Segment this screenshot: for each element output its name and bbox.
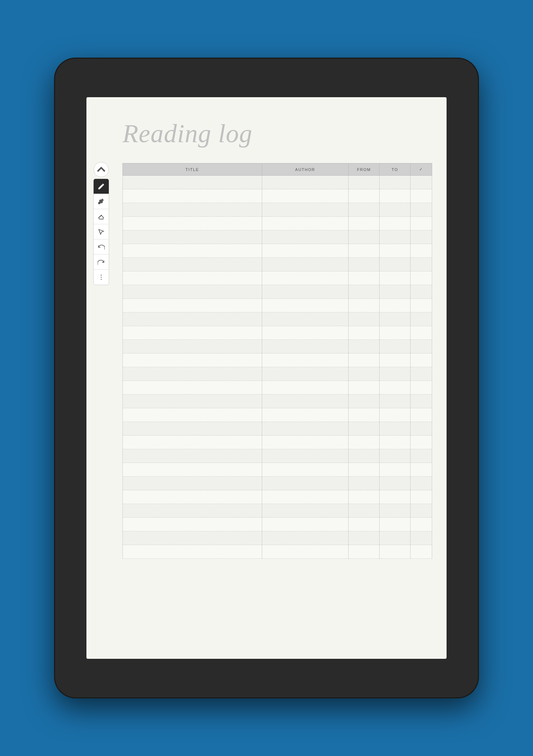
from-cell: [349, 299, 380, 312]
from-cell: [349, 230, 380, 244]
title-cell: [123, 449, 262, 463]
check-cell: [410, 395, 432, 408]
page-content: Reading log TITLE AUTHOR FROM TO ✓: [115, 97, 447, 573]
to-cell: [379, 230, 410, 244]
table-row: [123, 463, 432, 477]
title-cell: [123, 176, 262, 189]
table-row: [123, 244, 432, 258]
to-cell: [379, 422, 410, 436]
table-row: [123, 518, 432, 531]
table-row: [123, 203, 432, 217]
title-cell: [123, 545, 262, 559]
author-cell: [262, 299, 349, 312]
author-cell: [262, 340, 349, 354]
author-cell: [262, 312, 349, 326]
check-cell: [410, 381, 432, 395]
check-cell: [410, 436, 432, 449]
table-row: [123, 230, 432, 244]
author-cell: [262, 354, 349, 367]
author-cell: [262, 230, 349, 244]
highlighter-tool-button[interactable]: [94, 194, 109, 209]
author-cell: [262, 217, 349, 230]
pen-tool-button[interactable]: [94, 179, 109, 194]
to-cell: [379, 367, 410, 381]
title-cell: [123, 354, 262, 367]
svg-point-1: [101, 275, 102, 276]
to-cell: [379, 258, 410, 271]
author-cell: [262, 271, 349, 285]
to-cell: [379, 244, 410, 258]
table-row: [123, 340, 432, 354]
column-header-title: TITLE: [123, 163, 262, 176]
from-cell: [349, 463, 380, 477]
to-cell: [379, 203, 410, 217]
table-row: [123, 271, 432, 285]
to-cell: [379, 518, 410, 531]
from-cell: [349, 312, 380, 326]
title-cell: [123, 326, 262, 340]
author-cell: [262, 477, 349, 490]
to-cell: [379, 285, 410, 299]
page-title: Reading log: [122, 119, 432, 149]
table-row: [123, 531, 432, 545]
table-row: [123, 176, 432, 189]
check-cell: [410, 408, 432, 422]
more-options-button[interactable]: [94, 270, 109, 285]
title-cell: [123, 299, 262, 312]
to-cell: [379, 326, 410, 340]
author-cell: [262, 436, 349, 449]
title-cell: [123, 189, 262, 203]
table-row: [123, 436, 432, 449]
table-row: [123, 217, 432, 230]
to-cell: [379, 381, 410, 395]
svg-line-0: [99, 215, 102, 217]
from-cell: [349, 531, 380, 545]
author-cell: [262, 545, 349, 559]
table-row: [123, 354, 432, 367]
check-cell: [410, 354, 432, 367]
from-cell: [349, 504, 380, 518]
svg-point-2: [101, 277, 102, 278]
undo-tool-button[interactable]: [94, 239, 109, 255]
title-cell: [123, 531, 262, 545]
to-cell: [379, 477, 410, 490]
author-cell: [262, 189, 349, 203]
from-cell: [349, 203, 380, 217]
title-cell: [123, 436, 262, 449]
from-cell: [349, 408, 380, 422]
table-row: [123, 477, 432, 490]
to-cell: [379, 271, 410, 285]
from-cell: [349, 449, 380, 463]
eraser-tool-button[interactable]: [94, 209, 109, 224]
check-cell: [410, 230, 432, 244]
check-cell: [410, 312, 432, 326]
from-cell: [349, 217, 380, 230]
from-cell: [349, 244, 380, 258]
table-row: [123, 326, 432, 340]
column-header-to: TO: [379, 163, 410, 176]
author-cell: [262, 326, 349, 340]
selection-tool-button[interactable]: [94, 224, 109, 239]
to-cell: [379, 531, 410, 545]
title-cell: [123, 258, 262, 271]
title-cell: [123, 217, 262, 230]
toolbar-items: [93, 179, 109, 285]
table-row: [123, 545, 432, 559]
from-cell: [349, 354, 380, 367]
title-cell: [123, 230, 262, 244]
author-cell: [262, 203, 349, 217]
author-cell: [262, 176, 349, 189]
redo-tool-button[interactable]: [94, 255, 109, 270]
title-cell: [123, 463, 262, 477]
title-cell: [123, 244, 262, 258]
toolbar-collapse-button[interactable]: [94, 162, 109, 177]
from-cell: [349, 285, 380, 299]
author-cell: [262, 490, 349, 504]
author-cell: [262, 531, 349, 545]
table-row: [123, 312, 432, 326]
author-cell: [262, 449, 349, 463]
to-cell: [379, 504, 410, 518]
check-cell: [410, 545, 432, 559]
to-cell: [379, 340, 410, 354]
from-cell: [349, 436, 380, 449]
